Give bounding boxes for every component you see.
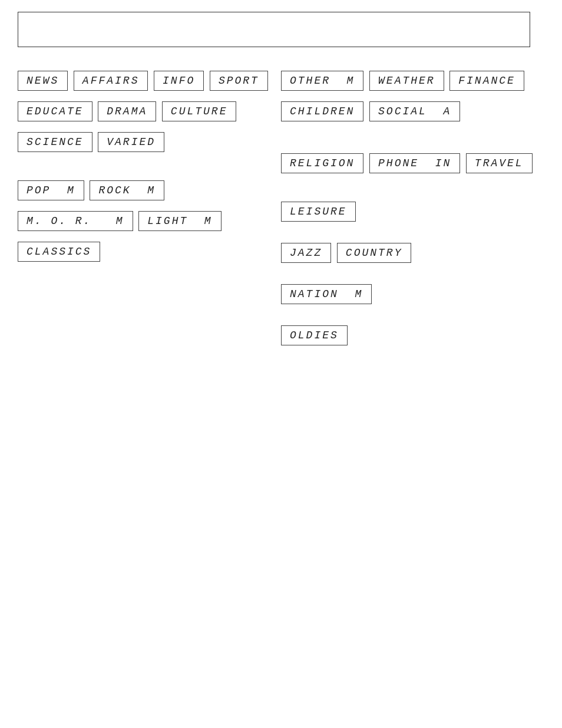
btn-finance[interactable]: FINANCE [449,71,524,91]
btn-culture[interactable]: CULTURE [162,101,237,121]
btn-social-a[interactable]: SOCIAL A [369,101,460,121]
btn-religion[interactable]: RELIGION [281,153,363,173]
btn-pop-m[interactable]: POP M [18,180,84,200]
btn-drama[interactable]: DRAMA [98,101,156,121]
btn-country[interactable]: COUNTRY [337,243,412,263]
right-column: OTHER M WEATHER FINANCE CHILDREN SOCIAL … [281,71,544,356]
btn-sport[interactable]: SPORT [210,71,268,91]
btn-jazz[interactable]: JAZZ [281,243,331,263]
btn-nation-m[interactable]: NATION M [281,284,372,304]
btn-affairs[interactable]: AFFAIRS [74,71,148,91]
btn-leisure[interactable]: LEISURE [281,202,356,222]
main-grid: NEWS AFFAIRS INFO SPORT EDUCATE DRAMA CU… [18,71,544,356]
btn-mor-m[interactable]: M. O. R. M [18,211,133,231]
btn-oldies[interactable]: OLDIES [281,325,348,345]
btn-rock-m[interactable]: ROCK M [90,180,164,200]
btn-news[interactable]: NEWS [18,71,68,91]
btn-educate[interactable]: EDUCATE [18,101,92,121]
btn-info[interactable]: INFO [154,71,204,91]
btn-other-m[interactable]: OTHER M [281,71,363,91]
btn-light-m[interactable]: LIGHT M [138,211,221,231]
header-box [18,12,530,47]
btn-children[interactable]: CHILDREN [281,101,363,121]
left-group-2: POP M ROCK M M. O. R. M LIGHT M CLASSICS [18,180,281,272]
btn-phone-in[interactable]: PHONE IN [369,153,460,173]
right-group-1: OTHER M WEATHER FINANCE CHILDREN SOCIAL … [281,71,544,184]
btn-varied[interactable]: VARIED [98,132,164,152]
btn-weather[interactable]: WEATHER [369,71,444,91]
btn-science[interactable]: SCIENCE [18,132,92,152]
right-group-2: LEISURE JAZZ COUNTRY NATION M OLDIES [281,202,544,356]
left-group-1: NEWS AFFAIRS INFO SPORT EDUCATE DRAMA CU… [18,71,281,163]
btn-travel[interactable]: TRAVEL [466,153,533,173]
left-column: NEWS AFFAIRS INFO SPORT EDUCATE DRAMA CU… [18,71,281,356]
btn-classics[interactable]: CLASSICS [18,242,100,262]
